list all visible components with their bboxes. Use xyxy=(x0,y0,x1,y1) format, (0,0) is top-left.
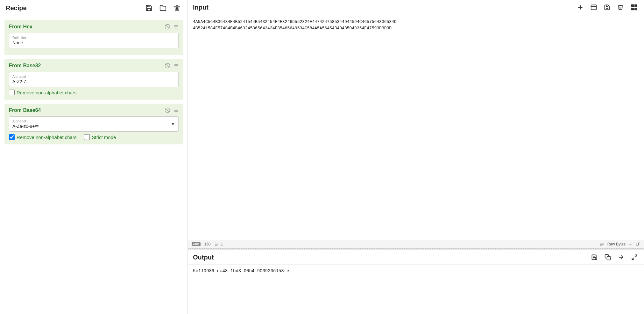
svg-rect-14 xyxy=(174,111,178,112)
op-from-hex: From Hex xyxy=(4,20,183,55)
input-statusbar: ABC 160 1 Raw Bytes ← LF xyxy=(188,240,644,248)
svg-rect-12 xyxy=(174,109,178,109)
input-new-tab-button[interactable] xyxy=(589,4,598,11)
op-from-hex-icons xyxy=(165,24,179,30)
op-from-base64-icons xyxy=(165,107,179,113)
recipe-panel: Recipe xyxy=(0,0,188,314)
op-from-base32-header: From Base32 xyxy=(9,63,179,69)
from-base32-alphabet-value: A-Z2-7= xyxy=(12,79,175,84)
output-copy-button[interactable] xyxy=(603,253,612,261)
from-base64-alphabet-row: Alphabet A-Za-z0-9+/= ▼ xyxy=(12,119,175,129)
svg-rect-4 xyxy=(174,28,178,28)
svg-rect-22 xyxy=(634,4,637,7)
recipe-open-button[interactable] xyxy=(158,4,168,12)
output-header: Output xyxy=(188,250,644,265)
output-send-to-input-button[interactable] xyxy=(617,253,626,261)
from-base64-strict-mode-label[interactable]: Strict mode xyxy=(84,134,116,140)
op-from-base64-title: From Base64 xyxy=(9,107,165,113)
op-from-base64-header: From Base64 xyxy=(9,107,179,113)
encoding-type-icon xyxy=(599,241,604,247)
encoding-label[interactable]: Raw Bytes xyxy=(607,242,626,246)
output-save-button[interactable] xyxy=(590,253,599,261)
op-from-base64-drag[interactable] xyxy=(173,108,179,113)
arrow-icon: ← xyxy=(629,242,633,246)
newline-label[interactable]: LF xyxy=(636,242,640,246)
input-add-button[interactable] xyxy=(576,4,585,11)
output-expand-button[interactable] xyxy=(630,253,639,261)
svg-rect-21 xyxy=(631,4,634,7)
op-from-hex-drag[interactable] xyxy=(173,24,179,29)
svg-rect-23 xyxy=(631,8,634,10)
line-count: 1 xyxy=(215,242,223,246)
from-base32-remove-nonalpha-text: Remove non-alphabet chars xyxy=(17,90,76,95)
from-base64-remove-nonalpha-text: Remove non-alphabet chars xyxy=(17,135,76,140)
from-base32-alphabet-label: Alphabet xyxy=(12,75,175,78)
svg-rect-9 xyxy=(174,67,178,67)
input-line-1: 4A5A4C564B36434E4B5241544B5432454E4E3246… xyxy=(193,19,639,25)
op-from-hex-header: From Hex xyxy=(9,24,179,30)
recipe-save-button[interactable] xyxy=(144,4,154,12)
svg-rect-8 xyxy=(174,65,178,66)
svg-rect-7 xyxy=(174,64,178,64)
output-content-area: 5e110989-dc43-1bd3-00b4-9009206158fe xyxy=(188,265,644,314)
status-right: Raw Bytes ← LF xyxy=(599,241,640,247)
input-header-icons xyxy=(576,3,639,11)
abc-badge: ABC xyxy=(192,242,201,246)
svg-rect-3 xyxy=(174,26,178,27)
from-hex-delimiter-label: Delimiter xyxy=(12,36,175,40)
svg-rect-13 xyxy=(174,110,178,110)
recipe-header-icons xyxy=(144,4,182,12)
svg-rect-28 xyxy=(607,257,611,260)
from-base64-strict-mode-text: Strict mode xyxy=(92,135,116,140)
output-title: Output xyxy=(193,254,590,261)
svg-rect-17 xyxy=(591,5,597,10)
input-delete-button[interactable] xyxy=(616,4,625,11)
input-header: Input xyxy=(188,0,644,15)
from-base64-remove-nonalpha-label[interactable]: Remove non-alphabet chars xyxy=(9,134,76,140)
recipe-body: From Hex xyxy=(0,16,188,314)
op-from-hex-title: From Hex xyxy=(9,24,165,30)
output-value: 5e110989-dc43-1bd3-00b4-9009206158fe xyxy=(193,268,289,274)
svg-rect-2 xyxy=(174,25,178,26)
from-base32-remove-nonalpha-label[interactable]: Remove non-alphabet chars xyxy=(9,90,76,95)
from-base64-alphabet-value: A-Za-z0-9+/= xyxy=(12,124,39,129)
from-base32-alphabet-field: Alphabet A-Z2-7= xyxy=(9,72,179,87)
svg-rect-24 xyxy=(634,8,637,10)
char-count: 160 xyxy=(204,242,211,246)
right-panel: Input xyxy=(188,0,644,314)
recipe-header: Recipe xyxy=(0,0,188,16)
output-header-icons xyxy=(590,253,639,261)
input-content-area[interactable]: 4A5A4C564B36434E4B5241544B5432454E4E3246… xyxy=(188,15,644,240)
op-from-base64: From Base64 xyxy=(4,104,183,144)
from-base64-alphabet-label: Alphabet xyxy=(12,119,39,123)
op-from-base32-title: From Base32 xyxy=(9,63,165,69)
recipe-title: Recipe xyxy=(6,4,144,12)
from-hex-delimiter-field: Delimiter None xyxy=(9,33,179,48)
svg-line-1 xyxy=(166,25,169,29)
input-title: Input xyxy=(193,4,576,11)
input-line-2: 4B5241584F574C4B4B463245365643424F354856… xyxy=(193,25,639,32)
input-section: Input xyxy=(188,0,644,248)
op-from-base32: From Base32 xyxy=(4,59,183,100)
from-base32-checkboxes: Remove non-alphabet chars xyxy=(9,90,179,95)
svg-line-11 xyxy=(166,109,169,112)
from-base64-alphabet-field[interactable]: Alphabet A-Za-z0-9+/= ▼ xyxy=(9,116,179,132)
svg-line-6 xyxy=(166,64,169,68)
op-from-base32-drag[interactable] xyxy=(173,63,179,68)
input-open-button[interactable] xyxy=(603,4,612,11)
input-layout-button[interactable] xyxy=(629,3,639,11)
from-base64-strict-mode-checkbox[interactable] xyxy=(84,134,90,140)
output-section: Output xyxy=(188,250,644,314)
op-from-base64-disable[interactable] xyxy=(165,107,170,113)
from-hex-delimiter-value: None xyxy=(12,40,175,45)
from-base32-remove-nonalpha-checkbox[interactable] xyxy=(9,90,15,95)
from-base64-alphabet-dropdown-arrow[interactable]: ▼ xyxy=(171,121,175,127)
op-from-base32-disable[interactable] xyxy=(165,63,170,69)
op-from-base32-icons xyxy=(165,63,179,69)
from-base64-checkboxes: Remove non-alphabet chars Strict mode xyxy=(9,134,179,140)
from-base64-remove-nonalpha-checkbox[interactable] xyxy=(9,134,15,140)
recipe-delete-button[interactable] xyxy=(172,4,182,12)
op-from-hex-disable[interactable] xyxy=(165,24,170,30)
